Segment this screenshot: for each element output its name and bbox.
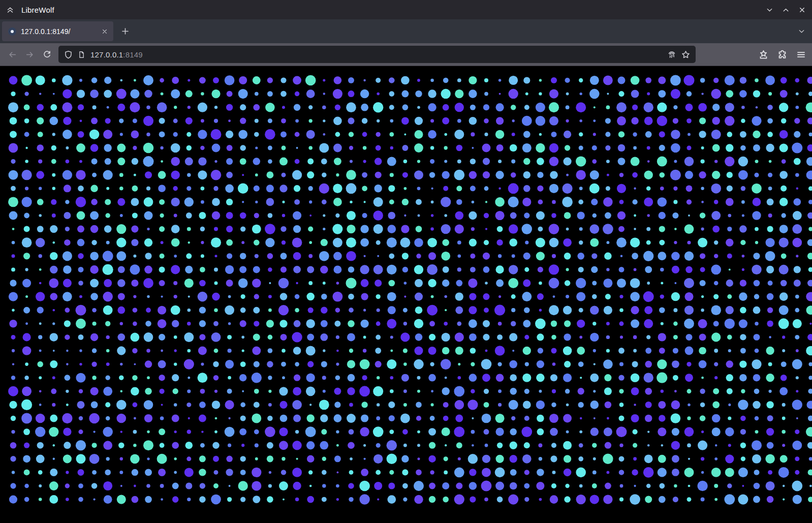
- url-bar[interactable]: 127.0.0.1:8149: [58, 46, 696, 63]
- bookmark-star-icon[interactable]: [681, 50, 690, 59]
- maximize-chevron-up-icon[interactable]: [782, 6, 790, 14]
- page-content: [0, 66, 812, 523]
- url-text: 127.0.0.1:8149: [90, 50, 143, 59]
- window-controls: [766, 6, 806, 14]
- shield-icon[interactable]: [64, 50, 73, 59]
- page-info-icon[interactable]: [78, 51, 85, 58]
- close-window-icon[interactable]: [798, 6, 806, 14]
- navigation-toolbar: 127.0.0.1:8149: [0, 43, 812, 66]
- minimize-chevron-down-icon[interactable]: [766, 6, 773, 14]
- url-host: 127.0.0.1: [90, 50, 123, 59]
- fingerprint-protection-icon[interactable]: [667, 50, 676, 59]
- list-all-tabs-chevron-icon[interactable]: [798, 27, 805, 35]
- browser-window: LibreWolf 127.0.0.1:8149/: [0, 0, 812, 523]
- url-port: :8149: [123, 50, 143, 59]
- active-tab[interactable]: 127.0.0.1:8149/: [2, 21, 113, 41]
- window-title: LibreWolf: [21, 6, 54, 14]
- dot-grid-art: [0, 66, 812, 523]
- tab-title: 127.0.0.1:8149/: [21, 27, 95, 36]
- tab-close-icon[interactable]: [99, 26, 110, 37]
- back-button[interactable]: [4, 46, 21, 63]
- tab-bar: 127.0.0.1:8149/: [0, 19, 812, 43]
- double-chevron-up-icon[interactable]: [6, 6, 14, 14]
- new-tab-button[interactable]: [121, 27, 130, 36]
- toolbar-right-group: [759, 50, 806, 59]
- menu-hamburger-icon[interactable]: [796, 50, 806, 59]
- bookmarks-tray-icon[interactable]: [759, 50, 768, 59]
- reload-button[interactable]: [38, 46, 55, 63]
- tab-favicon-icon: [8, 27, 16, 36]
- window-titlebar: LibreWolf: [0, 0, 812, 19]
- extensions-puzzle-icon[interactable]: [777, 50, 787, 59]
- forward-button[interactable]: [21, 46, 38, 63]
